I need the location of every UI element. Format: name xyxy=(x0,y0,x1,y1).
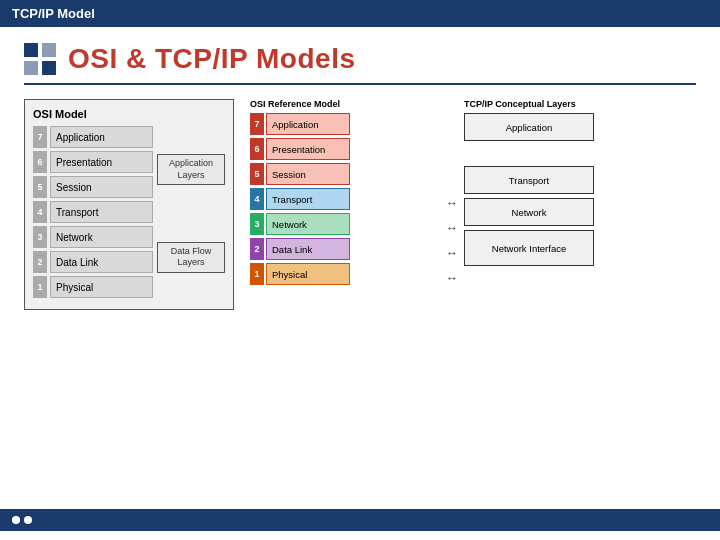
ref-name-physical: Physical xyxy=(266,263,350,285)
ref-num-1: 1 xyxy=(250,263,264,285)
layer-name-application: Application xyxy=(50,126,153,148)
ref-num-4: 4 xyxy=(250,188,264,210)
layer-num-4: 4 xyxy=(33,201,47,223)
list-item: 4 Transport xyxy=(250,188,370,210)
tcpip-box: TCP/IP Conceptual Layers Application Tra… xyxy=(464,99,594,270)
slide-body: OSI & TCP/IP Models OSI Model 7 Applicat… xyxy=(0,27,720,537)
layer-num-3: 3 xyxy=(33,226,47,248)
ref-name-session: Session xyxy=(266,163,350,185)
layer-name-transport: Transport xyxy=(50,201,153,223)
layer-num-6: 6 xyxy=(33,151,47,173)
layer-num-1: 1 xyxy=(33,276,47,298)
slide-title: OSI & TCP/IP Models xyxy=(68,43,355,75)
osi-label-dataflow-layers: Data Flow Layers xyxy=(157,242,225,273)
list-item: 2 Data Link xyxy=(33,251,153,273)
svg-rect-0 xyxy=(24,43,38,57)
osi-model-box: OSI Model 7 Application 6 Presentation xyxy=(24,99,234,310)
diagrams-wrapper: OSI Reference Model 7 Application 6 Pres… xyxy=(250,99,594,289)
osi-model-title: OSI Model xyxy=(33,108,225,120)
tcpip-layer-network: Network xyxy=(464,198,594,226)
footer-dot-1 xyxy=(12,516,20,524)
layer-name-network: Network xyxy=(50,226,153,248)
ref-name-datalink: Data Link xyxy=(266,238,350,260)
list-item: 5 Session xyxy=(33,176,153,198)
layer-num-5: 5 xyxy=(33,176,47,198)
osi-layers-left: 7 Application 6 Presentation 5 Session xyxy=(33,126,153,301)
layer-name-session: Session xyxy=(50,176,153,198)
ref-name-presentation: Presentation xyxy=(266,138,350,160)
arrow-network: ↔ xyxy=(446,217,458,239)
list-item: 3 Network xyxy=(250,213,370,235)
list-item: 1 Physical xyxy=(33,276,153,298)
layer-name-datalink: Data Link xyxy=(50,251,153,273)
ref-num-5: 5 xyxy=(250,163,264,185)
osi-layers-container: 7 Application 6 Presentation 5 Session xyxy=(33,126,225,301)
footer-area xyxy=(0,509,720,531)
tcpip-layer-network-interface: Network Interface xyxy=(464,230,594,266)
list-item: 2 Data Link xyxy=(250,238,370,260)
ref-name-application: Application xyxy=(266,113,350,135)
ref-name-transport: Transport xyxy=(266,188,350,210)
arrow-transport: ↔ xyxy=(446,192,458,214)
ref-num-7: 7 xyxy=(250,113,264,135)
osi-label-application-layers: Application Layers xyxy=(157,154,225,185)
svg-rect-3 xyxy=(42,61,56,75)
ref-layers: 7 Application 6 Presentation 5 Session 4… xyxy=(250,113,370,285)
list-item: 6 Presentation xyxy=(33,151,153,173)
arrow-datalink: ↔ xyxy=(446,242,458,264)
osi-ref-title: OSI Reference Model xyxy=(250,99,440,109)
footer-dots xyxy=(12,516,32,524)
list-item: 6 Presentation xyxy=(250,138,370,160)
tcpip-layer-transport: Transport xyxy=(464,166,594,194)
layer-num-2: 2 xyxy=(33,251,47,273)
header-bar: TCP/IP Model xyxy=(0,0,720,27)
ref-num-3: 3 xyxy=(250,213,264,235)
ref-num-6: 6 xyxy=(250,138,264,160)
list-item: 4 Transport xyxy=(33,201,153,223)
tcpip-layer-application: Application xyxy=(464,113,594,141)
tcpip-layer-application-spacer: Application xyxy=(464,113,594,141)
layer-num-7: 7 xyxy=(33,126,47,148)
list-item: 7 Application xyxy=(250,113,370,135)
footer-dot-2 xyxy=(24,516,32,524)
arrows-column: ↔ ↔ ↔ ↔ xyxy=(440,99,464,289)
layer-name-presentation: Presentation xyxy=(50,151,153,173)
osi-labels-right: Application Layers Data Flow Layers xyxy=(157,126,225,301)
list-item: 7 Application xyxy=(33,126,153,148)
list-item: 5 Session xyxy=(250,163,370,185)
svg-rect-2 xyxy=(24,61,38,75)
tcpip-title: TCP/IP Conceptual Layers xyxy=(464,99,594,109)
title-icon xyxy=(24,43,56,75)
content-area: OSI Model 7 Application 6 Presentation xyxy=(24,99,696,310)
header-title: TCP/IP Model xyxy=(12,6,95,21)
ref-name-network: Network xyxy=(266,213,350,235)
osi-reference-model: OSI Reference Model 7 Application 6 Pres… xyxy=(250,99,440,288)
arrow-physical: ↔ xyxy=(446,267,458,289)
slide-title-area: OSI & TCP/IP Models xyxy=(24,43,696,85)
layer-name-physical: Physical xyxy=(50,276,153,298)
svg-rect-1 xyxy=(42,43,56,57)
list-item: 1 Physical xyxy=(250,263,370,285)
list-item: 3 Network xyxy=(33,226,153,248)
ref-num-2: 2 xyxy=(250,238,264,260)
